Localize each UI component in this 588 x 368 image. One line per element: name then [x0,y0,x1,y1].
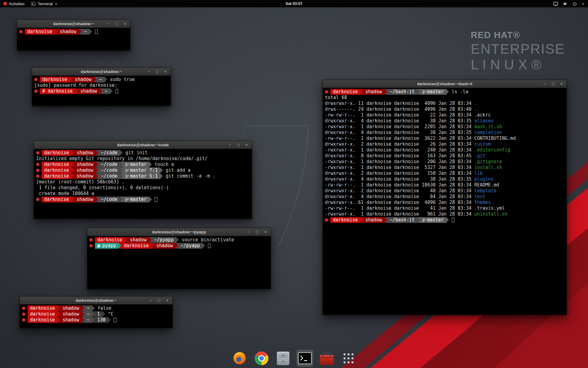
close-button[interactable]: × [164,297,170,305]
ls-row: drwxrwxr-x. 61 darknoise darknoise 4096 … [324,200,565,205]
prompt-segment-git: master ?:1 [123,167,160,173]
ls-row: drwxrwxr-x. 2 darknoise darknoise 40 Jan… [324,188,565,194]
maximize-button[interactable]: □ [154,68,160,76]
ls-file-name: aliases [474,118,494,124]
minimize-button[interactable]: − [246,228,252,236]
powerline-separator [384,89,387,94]
titlebar[interactable]: darknoise@shadow:~ − □ × [17,20,130,28]
prompt-segment-path: ~/code [98,197,120,202]
maximize-button[interactable]: □ [254,228,260,236]
terminal-cursor [155,197,157,202]
chevron-down-icon: ▾ [582,2,584,6]
titlebar[interactable]: darknoise@shadow:~ − □ × [20,297,172,305]
redhat-icon [36,151,40,155]
powerline-separator [175,243,178,248]
powerline-separator [71,167,74,173]
dock-item-terminal[interactable] [297,350,313,366]
command-text: git add a [163,167,190,173]
minimize-button[interactable]: − [542,80,548,88]
ls-file-name: install.sh [474,165,502,170]
redhat-icon [22,312,25,316]
redhat-icon [36,198,40,201]
close-button[interactable]: × [559,80,564,88]
python-icon [97,244,100,247]
maximize-button[interactable]: □ [114,20,119,28]
powerline-separator [202,243,205,248]
system-status-area[interactable]: ▾ [553,0,588,7]
volume-icon[interactable] [563,2,568,6]
command-text: ^C [105,311,114,317]
redhat-icon [34,78,38,81]
prompt-segment-user: darknoise [42,167,71,173]
dock-item-files[interactable] [275,350,292,366]
prompt-segment-path: ~ [102,88,110,94]
powerline-separator [125,237,127,243]
maximize-button[interactable]: □ [236,141,241,149]
ls-file-name: uninstall.sh [474,211,507,217]
display-icon[interactable] [553,2,558,6]
app-menu-terminal[interactable]: Terminal ▾ [28,0,60,7]
powerline-separator [120,162,123,167]
powerline-separator [92,305,95,311]
window-buttons: − □ × [246,228,268,236]
powerline-separator [70,77,72,82]
powerline-separator [96,167,98,173]
dock-item-show-applications[interactable] [340,350,357,366]
powerline-separator [57,317,60,323]
titlebar[interactable]: darknoise@shadow:~/code − □ × [34,141,252,149]
ls-row: drwx------. 24 darknoise darknoise 4096 … [324,106,565,112]
minimize-button[interactable]: − [148,297,153,305]
minimize-button[interactable]: − [146,68,152,76]
prompt-line: darknoiseshadow~false [21,305,171,311]
power-icon[interactable] [572,2,577,6]
minimize-button[interactable]: − [227,141,233,149]
activities-button[interactable]: Activities [0,0,28,7]
prompt-line: darknoiseshadow~ [19,29,129,35]
terminal-window-bash-it: darknoise@shadow:~/bash-it − □ × darknoi… [322,80,567,315]
dock-item-chrome[interactable] [253,350,270,366]
terminal-content[interactable]: darknoiseshadow~/codegit initInitialized… [34,149,252,202]
titlebar[interactable]: darknoise@shadow:~/pyapp − □ × [87,228,271,236]
close-button[interactable]: × [122,20,128,28]
terminal-content[interactable]: darknoiseshadow~falsedarknoiseshadow~1^C… [20,305,172,323]
ls-file-meta: drwx------. 24 darknoise darknoise 4096 … [325,106,474,112]
prompt-segment-path: ~/code [98,173,120,179]
command-text: sudo true [107,77,135,82]
terminal-output-line: [master (root-commit) 50bcb63] . [36,179,250,185]
powerline-separator [149,197,152,202]
prompt-segment-path: ~ [81,29,89,35]
clock[interactable]: Sat 03:57 [286,2,303,6]
dock-item-firefox[interactable] [232,350,248,366]
ls-row: -rwxrwxr-x. 1 darknoise darknoise 240 Ja… [324,147,565,153]
window-buttons: − □ × [542,80,564,88]
prompt-segment-host: shadow [60,317,81,323]
prompt-segment-host: shadow [60,311,81,317]
maximize-button[interactable]: □ [550,80,556,88]
terminal-content[interactable]: darknoiseshadow~/pyappsource bin/activat… [87,236,271,249]
powerline-separator [120,197,123,202]
dock-item-software[interactable] [318,350,335,366]
ls-row: drwxrwxr-x. 4 darknoise darknoise 84 Jan… [324,194,565,200]
terminal-content[interactable]: darknoiseshadow~/bash-itmasterls -latota… [323,88,567,223]
close-button[interactable]: × [163,68,168,76]
titlebar[interactable]: darknoise@shadow:~/bash-it − □ × [323,80,567,88]
powerline-separator [89,29,92,34]
ls-file-meta: drwxrwxr-x. 2 darknoise darknoise 150 Ja… [325,171,474,176]
terminal-content[interactable]: darknoiseshadow~ [17,28,130,35]
prompt-segment-git: master [123,162,149,167]
prompt-line: darknoiseshadow~/codemastertouch a [36,162,250,167]
redhat-icon [22,307,25,310]
prompt-segment-path: ~/code [98,162,120,167]
powerline-separator [75,88,78,94]
powerline-separator [110,88,113,94]
window-title: darknoise@shadow:~ [53,21,94,26]
titlebar[interactable]: darknoise@shadow:~ − □ × [32,68,171,76]
close-button[interactable]: × [244,141,249,149]
minimize-button[interactable]: − [106,20,111,28]
maximize-button[interactable]: □ [156,297,162,305]
terminal-content[interactable]: darknoiseshadow~sudo true[sudo] password… [32,76,171,94]
git-branch-icon [422,218,426,222]
ls-file-name: .editorconfig [474,147,510,153]
window-title: darknoise@shadow:~ [76,298,117,303]
close-button[interactable]: × [263,228,268,236]
